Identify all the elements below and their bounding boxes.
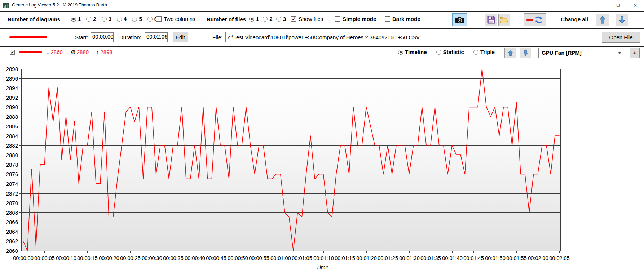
reset-colors-button[interactable] xyxy=(524,13,546,26)
radio-icon[interactable] xyxy=(263,17,268,22)
save-button[interactable] xyxy=(485,14,497,26)
radio-diagrams-4[interactable]: 4 xyxy=(117,16,127,22)
camera-icon xyxy=(455,16,464,23)
radio-icon[interactable] xyxy=(398,50,403,55)
radio-icon[interactable] xyxy=(132,17,137,22)
radio-view-statistic[interactable]: Statistic xyxy=(436,49,464,55)
svg-text:2870: 2870 xyxy=(6,200,18,206)
series-color-swatch xyxy=(9,36,47,38)
open-folder-button[interactable] xyxy=(498,14,510,26)
svg-text:00:01:30: 00:01:30 xyxy=(399,255,419,261)
radio-label: Triple xyxy=(480,49,495,55)
svg-text:00:00:35: 00:00:35 xyxy=(163,255,183,261)
svg-text:00:00:05: 00:00:05 xyxy=(34,255,54,261)
checkbox-icon[interactable] xyxy=(156,16,162,22)
file-path-field[interactable]: Z:\Test Videocard\1080Ti\power +50\Compa… xyxy=(225,32,592,42)
show-files-label: Show files xyxy=(299,16,323,22)
svg-text:2888: 2888 xyxy=(6,114,18,120)
radio-icon[interactable] xyxy=(117,17,122,22)
radio-label: Timeline xyxy=(405,49,427,55)
svg-text:00:01:05: 00:01:05 xyxy=(292,255,312,261)
radio-icon[interactable] xyxy=(249,17,254,22)
start-label: Start: xyxy=(75,34,88,40)
radio-diagrams-1[interactable]: 1 xyxy=(71,16,81,22)
duration-field[interactable]: 00:02:06 xyxy=(145,32,168,42)
radio-icon[interactable] xyxy=(436,50,441,55)
svg-text:2884: 2884 xyxy=(6,133,18,139)
close-button[interactable]: ✕ xyxy=(627,0,644,11)
svg-text:2876: 2876 xyxy=(6,171,18,177)
svg-text:00:01:45: 00:01:45 xyxy=(463,255,484,261)
svg-text:00:01:10: 00:01:10 xyxy=(313,255,334,261)
checkbox-icon[interactable] xyxy=(335,16,340,22)
radio-icon[interactable] xyxy=(71,17,76,22)
radio-icon[interactable] xyxy=(86,17,91,22)
move-diagram-up-button[interactable] xyxy=(504,48,516,58)
radio-icon[interactable] xyxy=(276,17,281,22)
radio-files-1[interactable]: 1 xyxy=(249,16,259,22)
radio-files-3[interactable]: 3 xyxy=(276,16,286,22)
svg-text:2860: 2860 xyxy=(6,248,18,254)
radio-icon[interactable] xyxy=(147,17,153,22)
svg-text:00:01:25: 00:01:25 xyxy=(378,255,398,261)
radio-label: 1 xyxy=(256,16,259,22)
open-file-button[interactable]: Open File xyxy=(602,32,640,43)
svg-text:00:01:20: 00:01:20 xyxy=(356,255,376,261)
series-select[interactable]: GPU Fan [RPM] xyxy=(538,48,625,58)
radio-view-triple[interactable]: Triple xyxy=(473,49,495,55)
minimize-button[interactable]: — xyxy=(593,0,610,11)
dark-mode-checkbox[interactable]: Dark mode xyxy=(385,16,420,22)
view-mode-radios: TimelineStatisticTriple xyxy=(398,49,504,56)
svg-text:2862: 2862 xyxy=(6,238,18,244)
checkbox-icon[interactable] xyxy=(385,16,390,22)
svg-text:00:02:00: 00:02:00 xyxy=(528,255,548,261)
file-bar: Start: 00:00:00 Duration: 00:02:06 Edit … xyxy=(0,29,644,46)
svg-text:00:01:15: 00:01:15 xyxy=(335,255,355,261)
simple-mode-label: Simple mode xyxy=(343,16,376,22)
svg-text:2894: 2894 xyxy=(6,85,18,91)
svg-text:2878: 2878 xyxy=(6,162,18,168)
y-axis-labels: 2860286228642866286828702872287428762878… xyxy=(6,66,18,254)
move-diagram-down-button[interactable] xyxy=(520,48,531,58)
radio-view-timeline[interactable]: Timeline xyxy=(398,49,427,55)
two-columns-label: Two columns xyxy=(164,16,195,22)
start-time-field[interactable]: 00:00:00 xyxy=(91,32,114,42)
series-select-value: GPU Fan [RPM] xyxy=(542,50,582,56)
simple-mode-checkbox[interactable]: Simple mode xyxy=(335,16,376,22)
title-bar: Generic Log Viewer 5.2 - © 2019 Thomas B… xyxy=(0,0,644,11)
avg-stat: Ø2880 xyxy=(71,49,89,55)
show-files-checkbox[interactable]: Show files xyxy=(291,16,323,22)
edit-button[interactable]: Edit xyxy=(173,32,188,42)
radio-diagrams-3[interactable]: 3 xyxy=(102,16,111,22)
svg-text:2892: 2892 xyxy=(6,95,18,101)
svg-text:2882: 2882 xyxy=(6,143,18,149)
radio-icon[interactable] xyxy=(102,17,107,22)
maximize-button[interactable]: ❐ xyxy=(610,0,627,11)
svg-text:00:00:45: 00:00:45 xyxy=(206,255,226,261)
change-all-up-button[interactable] xyxy=(596,14,609,26)
files-label: Number of files xyxy=(207,16,246,22)
radio-label: 2 xyxy=(93,16,96,22)
radio-diagrams-5[interactable]: 5 xyxy=(132,16,142,22)
change-all-down-button[interactable] xyxy=(616,14,628,26)
radio-label: 2 xyxy=(269,16,272,22)
radio-diagrams-2[interactable]: 2 xyxy=(86,16,96,22)
min-arrow-icon: ↓ xyxy=(47,49,49,55)
radio-label: 1 xyxy=(78,16,81,22)
radio-files-2[interactable]: 2 xyxy=(263,16,272,22)
file-label: File: xyxy=(212,34,222,40)
chart-canvas: 2860286228642866286828702872287428762878… xyxy=(0,59,644,274)
radio-icon[interactable] xyxy=(473,50,478,55)
series-visible-checkbox[interactable] xyxy=(10,50,15,55)
two-columns-checkbox[interactable]: Two columns xyxy=(156,16,195,22)
app-icon xyxy=(3,3,9,9)
max-arrow-icon: ↑ xyxy=(96,49,99,55)
radio-label: 4 xyxy=(124,16,127,22)
checkbox-icon[interactable] xyxy=(291,16,296,22)
svg-text:2874: 2874 xyxy=(6,181,18,187)
svg-text:2866: 2866 xyxy=(6,219,18,225)
screenshot-button[interactable] xyxy=(452,13,467,26)
add-series-button[interactable]: + xyxy=(630,48,640,58)
svg-text:00:00:55: 00:00:55 xyxy=(249,255,269,261)
radio-diagrams-6[interactable]: 6 xyxy=(147,16,157,22)
